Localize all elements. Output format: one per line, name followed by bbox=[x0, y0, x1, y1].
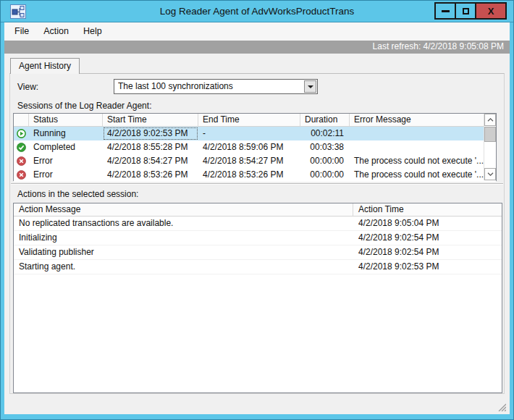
action-time: 4/2/2018 9:05:04 PM bbox=[353, 217, 502, 230]
session-error-message bbox=[350, 140, 496, 154]
last-refresh-text: Last refresh: 4/2/2018 9:05:08 PM bbox=[373, 41, 504, 51]
action-row[interactable]: No replicated transactions are available… bbox=[14, 217, 502, 231]
sessions-table: Status Start Time End Time Duration Erro… bbox=[13, 113, 497, 181]
session-row-completed[interactable]: Completed 4/2/2018 8:55:28 PM 4/2/2018 8… bbox=[14, 140, 496, 154]
session-status: Error bbox=[29, 154, 103, 168]
actions-label: Actions in the selected session: bbox=[17, 189, 138, 199]
session-start-time: 4/2/2018 8:53:26 PM bbox=[103, 168, 198, 182]
session-row-running[interactable]: Running 4/2/2018 9:02:53 PM - 00:02:11 bbox=[14, 127, 496, 140]
action-time: 4/2/2018 9:02:54 PM bbox=[353, 245, 502, 259]
session-start-time: 4/2/2018 9:02:53 PM bbox=[103, 127, 198, 140]
last-refresh-bar: Last refresh: 4/2/2018 9:05:08 PM bbox=[4, 41, 510, 54]
window-controls: X bbox=[434, 2, 507, 20]
session-row-error[interactable]: Error 4/2/2018 8:54:27 PM 4/2/2018 8:54:… bbox=[14, 154, 496, 168]
action-message: Initializing bbox=[14, 231, 353, 245]
title-bar[interactable]: Log Reader Agent of AdvWorksProductTrans… bbox=[1, 1, 513, 22]
completed-icon bbox=[17, 143, 26, 152]
action-row[interactable]: Validating publisher 4/2/2018 9:02:54 PM bbox=[14, 245, 502, 260]
session-end-time: 4/2/2018 8:53:26 PM bbox=[198, 168, 300, 182]
menu-bar: File Action Help bbox=[4, 22, 510, 41]
session-duration: 00:00:00 bbox=[300, 168, 350, 182]
pane-separator bbox=[11, 183, 503, 185]
action-row[interactable]: Starting agent. 4/2/2018 9:02:53 PM bbox=[14, 260, 502, 274]
sessions-header-row: Status Start Time End Time Duration Erro… bbox=[14, 114, 496, 127]
session-status: Completed bbox=[29, 140, 103, 154]
column-header-status-icon[interactable] bbox=[14, 114, 29, 126]
view-dropdown-button[interactable] bbox=[304, 80, 316, 93]
session-end-time: 4/2/2018 8:54:27 PM bbox=[198, 154, 300, 168]
chevron-down-icon bbox=[308, 85, 313, 88]
view-dropdown-value: The last 100 synchronizations bbox=[118, 80, 303, 93]
actions-header-row: Action Message Action Time bbox=[14, 203, 502, 217]
actions-table: Action Message Action Time No replicated… bbox=[13, 203, 502, 393]
view-label: View: bbox=[17, 82, 38, 92]
scroll-up-button[interactable] bbox=[484, 114, 496, 126]
maximize-button[interactable] bbox=[456, 4, 476, 18]
close-icon: X bbox=[488, 7, 494, 16]
session-duration: 00:02:11 bbox=[300, 127, 350, 140]
session-status: Running bbox=[29, 127, 103, 140]
running-icon bbox=[17, 129, 26, 138]
column-header-start-time[interactable]: Start Time bbox=[103, 114, 198, 126]
action-time: 4/2/2018 9:02:53 PM bbox=[353, 260, 502, 274]
action-message: Starting agent. bbox=[14, 260, 353, 274]
session-end-time: 4/2/2018 8:59:06 PM bbox=[198, 140, 300, 154]
action-message: Validating publisher bbox=[14, 245, 353, 259]
menu-help[interactable]: Help bbox=[76, 24, 109, 39]
session-error-message: The process could not execute '... bbox=[350, 154, 496, 168]
chevron-down-icon bbox=[487, 172, 494, 176]
session-duration: 00:03:38 bbox=[300, 140, 350, 154]
session-start-time: 4/2/2018 8:55:28 PM bbox=[103, 140, 198, 154]
column-header-status[interactable]: Status bbox=[29, 114, 103, 126]
resize-grip-icon[interactable] bbox=[496, 401, 506, 411]
tab-agent-history[interactable]: Agent History bbox=[10, 58, 80, 74]
view-dropdown[interactable]: The last 100 synchronizations bbox=[114, 79, 318, 94]
sessions-scrollbar[interactable] bbox=[484, 114, 496, 180]
session-duration: 00:00:00 bbox=[300, 154, 350, 168]
maximize-icon bbox=[463, 8, 469, 14]
session-row-error[interactable]: Error 4/2/2018 8:53:26 PM 4/2/2018 8:53:… bbox=[14, 168, 496, 182]
session-start-time: 4/2/2018 8:54:27 PM bbox=[103, 154, 198, 168]
log-reader-agent-window: Log Reader Agent of AdvWorksProductTrans… bbox=[0, 0, 514, 420]
column-header-error-message[interactable]: Error Message bbox=[350, 114, 496, 126]
menu-action[interactable]: Action bbox=[36, 24, 76, 39]
close-button[interactable]: X bbox=[476, 4, 505, 18]
scroll-down-button[interactable] bbox=[484, 168, 496, 180]
menu-file[interactable]: File bbox=[7, 24, 36, 39]
action-row[interactable]: Initializing 4/2/2018 9:02:54 PM bbox=[14, 231, 502, 245]
session-error-message: The process could not execute '... bbox=[350, 168, 496, 182]
minimize-icon bbox=[442, 10, 450, 12]
scrollbar-thumb[interactable] bbox=[484, 127, 496, 142]
column-header-end-time[interactable]: End Time bbox=[198, 114, 300, 126]
column-header-action-time[interactable]: Action Time bbox=[353, 203, 502, 216]
chevron-up-icon bbox=[487, 118, 494, 122]
client-area: Agent History View: The last 100 synchro… bbox=[4, 54, 510, 414]
session-end-time: - bbox=[198, 127, 300, 140]
sessions-label: Sessions of the Log Reader Agent: bbox=[17, 101, 151, 111]
error-icon bbox=[17, 170, 26, 180]
window-body: File Action Help Last refresh: 4/2/2018 … bbox=[4, 22, 510, 414]
action-message: No replicated transactions are available… bbox=[14, 217, 353, 230]
session-error-message bbox=[350, 127, 496, 140]
error-icon bbox=[17, 156, 26, 166]
minimize-button[interactable] bbox=[436, 4, 456, 18]
column-header-duration[interactable]: Duration bbox=[300, 114, 350, 126]
action-time: 4/2/2018 9:02:54 PM bbox=[353, 231, 502, 245]
status-bar bbox=[4, 395, 510, 414]
column-header-action-message[interactable]: Action Message bbox=[14, 203, 353, 216]
agent-history-tab-page: View: The last 100 synchronizations Sess… bbox=[9, 73, 505, 394]
session-status: Error bbox=[29, 168, 103, 182]
